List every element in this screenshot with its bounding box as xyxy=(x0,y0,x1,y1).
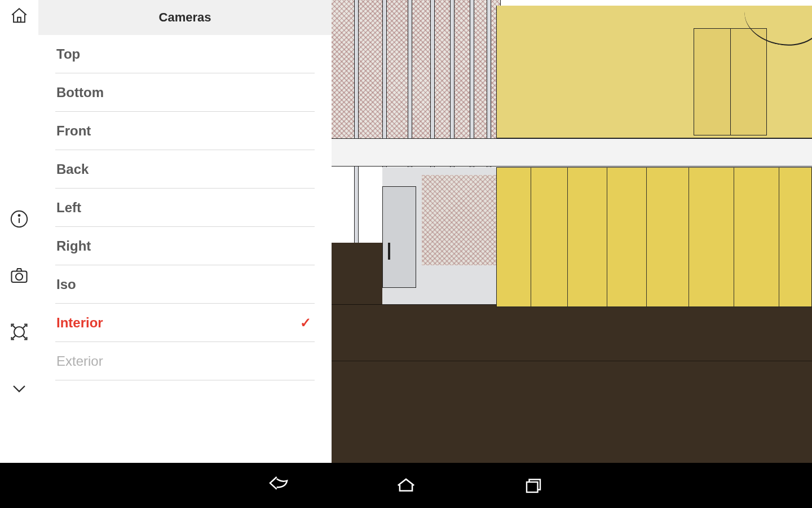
check-icon: ✓ xyxy=(300,315,311,331)
camera-item-label: Exterior xyxy=(56,353,103,369)
zoom-extents-icon[interactable] xyxy=(8,321,30,343)
left-toolbar xyxy=(0,0,38,463)
svg-point-5 xyxy=(14,327,24,337)
camera-icon[interactable] xyxy=(8,264,30,287)
camera-item-label: Back xyxy=(56,161,89,177)
model-viewport[interactable] xyxy=(332,0,812,463)
camera-item-label: Right xyxy=(56,238,91,254)
camera-item-bottom[interactable]: Bottom xyxy=(55,73,315,112)
camera-item-top[interactable]: Top xyxy=(55,35,315,73)
svg-line-7 xyxy=(23,325,26,328)
camera-item-back[interactable]: Back xyxy=(55,150,315,189)
camera-item-left[interactable]: Left xyxy=(55,189,315,227)
camera-item-iso[interactable]: Iso xyxy=(55,265,315,304)
android-navbar xyxy=(0,463,812,508)
nav-back-icon[interactable] xyxy=(263,470,294,501)
camera-item-right[interactable]: Right xyxy=(55,227,315,265)
cameras-panel: Cameras TopBottomFrontBackLeftRightIsoIn… xyxy=(38,0,332,463)
svg-line-9 xyxy=(23,336,26,339)
svg-point-2 xyxy=(19,214,20,216)
viewport-slab xyxy=(332,138,812,167)
nav-recent-icon[interactable] xyxy=(518,470,549,501)
camera-item-exterior: Exterior xyxy=(55,342,315,380)
viewport-upper-door xyxy=(694,28,767,135)
camera-item-label: Bottom xyxy=(56,85,104,100)
svg-line-8 xyxy=(12,336,15,339)
camera-item-label: Iso xyxy=(56,277,76,292)
camera-item-label: Front xyxy=(56,123,91,139)
viewport-door xyxy=(382,186,416,288)
svg-point-4 xyxy=(16,273,23,280)
panel-title: Cameras xyxy=(38,0,332,35)
camera-item-label: Interior xyxy=(56,315,103,331)
nav-home-icon[interactable] xyxy=(390,470,422,501)
camera-item-interior[interactable]: Interior✓ xyxy=(55,304,315,342)
svg-rect-10 xyxy=(527,482,538,492)
camera-item-label: Top xyxy=(56,46,80,62)
camera-item-front[interactable]: Front xyxy=(55,112,315,150)
viewport-mesh-lower xyxy=(422,175,501,265)
info-icon[interactable] xyxy=(8,208,30,230)
viewport-door-handle xyxy=(388,243,390,260)
app-frame: Cameras TopBottomFrontBackLeftRightIsoIn… xyxy=(0,0,812,463)
viewport-wall-lower xyxy=(496,167,812,307)
camera-item-label: Left xyxy=(56,200,81,216)
camera-list: TopBottomFrontBackLeftRightIsoInterior✓E… xyxy=(38,35,332,463)
svg-line-6 xyxy=(12,325,15,328)
chevron-down-icon[interactable] xyxy=(8,377,30,400)
home-icon[interactable] xyxy=(8,5,30,27)
